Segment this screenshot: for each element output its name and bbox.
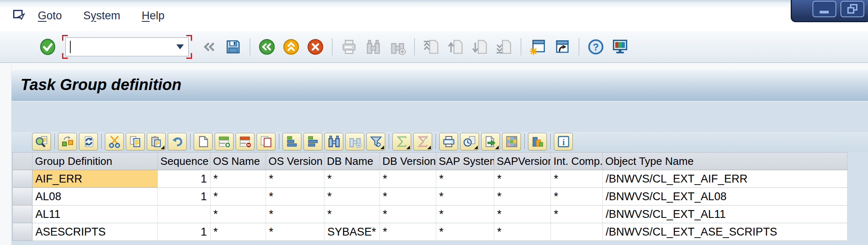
details-button[interactable] <box>32 133 51 150</box>
table-find-icon <box>327 135 341 148</box>
cell-sap-system[interactable]: * <box>436 223 494 241</box>
menu-goto[interactable]: Goto <box>38 7 62 25</box>
minimize-button[interactable] <box>812 1 836 17</box>
column-header-db-name[interactable]: DB Name <box>324 153 380 170</box>
command-field[interactable] <box>65 37 189 56</box>
cell-int-comp[interactable] <box>551 223 603 241</box>
table-find-button[interactable] <box>324 133 343 150</box>
cell-os-name[interactable]: * <box>211 206 266 223</box>
sort-ascending-button[interactable] <box>282 133 301 150</box>
sort-descending-button[interactable] <box>303 133 322 150</box>
column-header-sequence[interactable]: Sequence <box>158 153 211 170</box>
create-shortcut-button[interactable] <box>552 37 572 57</box>
column-header-os-version[interactable]: OS Version <box>266 153 324 170</box>
display-time-button[interactable] <box>460 133 479 150</box>
cell-db-version[interactable]: * <box>380 170 436 188</box>
column-header-sapversion[interactable]: SAPVersion <box>494 153 551 170</box>
cell-object-type-name[interactable]: /BNWVS/CL_EXT_ASE_SCRIPTS <box>603 223 847 241</box>
info-button[interactable]: i <box>554 133 573 150</box>
filter-button[interactable] <box>366 133 385 150</box>
cell-db-version[interactable]: * <box>380 188 436 206</box>
cell-sapversion[interactable]: * <box>494 170 551 188</box>
cell-db-name[interactable]: * <box>324 206 380 223</box>
copy-button[interactable] <box>126 133 145 150</box>
cell-os-name[interactable]: * <box>211 188 266 206</box>
menu-help[interactable]: Help <box>142 7 165 25</box>
collapse-chevron-icon <box>200 38 218 55</box>
column-header-sap-system[interactable]: SAP System <box>436 153 494 170</box>
cell-db-version[interactable]: * <box>380 206 436 223</box>
cell-os-version[interactable]: * <box>266 206 324 223</box>
new-entry-button[interactable] <box>194 133 213 150</box>
exit-button[interactable] <box>281 37 301 57</box>
filter-icon <box>369 135 383 148</box>
cell-sequence[interactable]: 1 <box>158 223 211 241</box>
undo-button[interactable] <box>168 133 187 150</box>
restore-button[interactable] <box>840 1 864 17</box>
back-button[interactable] <box>257 37 277 57</box>
column-header-db-version[interactable]: DB Version <box>380 153 436 170</box>
column-header-int-comp[interactable]: Int. Comp. <box>551 153 603 170</box>
cell-sequence[interactable] <box>158 206 211 223</box>
paste-button[interactable] <box>147 133 166 150</box>
column-header-object-type-name[interactable]: Object Type Name <box>603 153 847 170</box>
cell-os-version[interactable]: * <box>266 188 324 206</box>
new-session-button[interactable] <box>528 37 548 57</box>
export-button[interactable] <box>481 133 500 150</box>
cell-object-type-name[interactable]: /BNWVS/CL_EXT_AL11 <box>603 206 847 223</box>
cell-sapversion[interactable]: * <box>494 223 551 241</box>
dropdown-arrow-icon[interactable] <box>176 44 184 53</box>
table-print-button[interactable] <box>439 133 458 150</box>
column-header-group-definition[interactable]: Group Definition <box>32 153 158 170</box>
cell-object-type-name[interactable]: /BNWVS/CL_EXT_AL08 <box>603 188 847 206</box>
row-selector[interactable] <box>13 206 32 223</box>
refresh-button[interactable] <box>79 133 98 150</box>
select-object-button[interactable] <box>58 133 77 150</box>
cell-sequence[interactable]: 1 <box>158 188 211 206</box>
cell-os-version[interactable]: * <box>266 170 324 188</box>
cell-group-definition[interactable]: ASESCRIPTS <box>32 223 158 241</box>
insert-row-button[interactable] <box>215 133 234 150</box>
collapse-toolbar-button[interactable] <box>199 37 219 57</box>
cell-db-name[interactable]: * <box>324 188 380 206</box>
help-button[interactable]: ? <box>586 37 606 57</box>
cell-sapversion[interactable]: * <box>494 188 551 206</box>
cell-db-name[interactable]: * <box>324 170 380 188</box>
cut-button[interactable] <box>105 133 124 150</box>
cancel-button[interactable] <box>306 37 325 57</box>
cell-int-comp[interactable]: * <box>551 188 603 206</box>
system-menu-icon[interactable] <box>11 7 27 24</box>
row-selector[interactable] <box>13 223 32 241</box>
select-all-button[interactable] <box>13 153 32 170</box>
cell-sapversion[interactable]: * <box>494 206 551 223</box>
enter-button[interactable] <box>38 37 58 57</box>
menu-system[interactable]: System <box>83 7 120 25</box>
gap-strip <box>0 63 868 69</box>
cell-object-type-name[interactable]: /BNWVS/CL_EXT_AIF_ERR <box>603 170 847 188</box>
row-selector[interactable] <box>13 170 32 188</box>
cell-group-definition[interactable]: AIF_ERR <box>32 170 158 188</box>
cell-os-version[interactable]: * <box>266 223 324 241</box>
cell-os-name[interactable]: * <box>211 223 266 241</box>
cell-group-definition[interactable]: AL11 <box>32 206 158 223</box>
column-header-os-name[interactable]: OS Name <box>211 153 266 170</box>
find-next-button <box>388 37 407 57</box>
save-button[interactable] <box>223 37 243 57</box>
cell-sequence[interactable]: 1 <box>158 170 211 188</box>
cell-db-version[interactable]: * <box>380 223 436 241</box>
cell-os-name[interactable]: * <box>211 170 266 188</box>
cell-group-definition[interactable]: AL08 <box>32 188 158 206</box>
cell-int-comp[interactable]: * <box>551 206 603 223</box>
cell-sap-system[interactable]: * <box>436 170 494 188</box>
delete-row-button[interactable] <box>236 133 255 150</box>
customize-layout-button[interactable] <box>610 37 630 57</box>
copy-rows-button[interactable] <box>257 133 275 150</box>
cell-int-comp[interactable]: * <box>551 170 603 188</box>
focus-bracket <box>62 35 68 41</box>
cell-sap-system[interactable]: * <box>436 188 494 206</box>
choose-layout-button[interactable] <box>502 133 521 150</box>
graphic-button[interactable] <box>528 133 547 150</box>
row-selector[interactable] <box>13 188 32 206</box>
cell-db-name[interactable]: SYBASE* <box>324 223 380 241</box>
cell-sap-system[interactable]: * <box>436 206 494 223</box>
